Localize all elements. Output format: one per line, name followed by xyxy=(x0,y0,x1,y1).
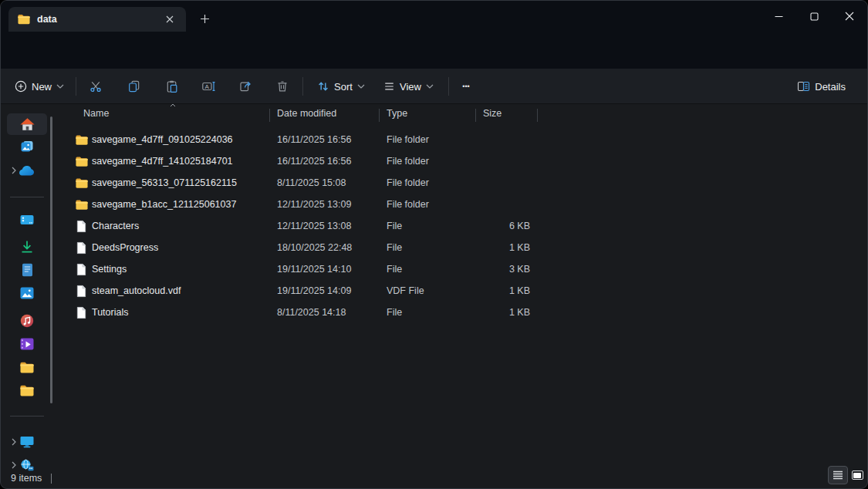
onedrive-expand-chevron-icon[interactable] xyxy=(8,165,19,176)
sidebar-item-music[interactable] xyxy=(7,310,47,332)
sidebar-item-videos[interactable] xyxy=(7,333,47,355)
tab-data[interactable]: data xyxy=(8,7,186,32)
file-icon xyxy=(75,285,88,298)
large-icons-view-toggle[interactable] xyxy=(849,467,865,483)
sidebar-item-home[interactable] xyxy=(7,113,47,135)
file-date: 19/11/2025 14:10 xyxy=(277,264,351,275)
tab-close-button[interactable] xyxy=(161,11,178,28)
sidebar-item-desktop[interactable] xyxy=(7,209,47,231)
sort-ascending-icon xyxy=(170,103,176,107)
file-name: savegame_4d7ff_091025224036 xyxy=(92,134,233,145)
column-header-size[interactable]: Size xyxy=(483,108,502,119)
file-row[interactable]: savegame_56313_071125162115 8/11/2025 15… xyxy=(59,172,868,194)
file-name: steam_autocloud.vdf xyxy=(92,285,181,296)
file-icon xyxy=(75,306,88,319)
column-separator[interactable] xyxy=(475,109,476,122)
address-row: ••• AppData LocalLow Sand Sailor Studio … xyxy=(1,32,867,69)
details-pane-button[interactable]: Details xyxy=(791,74,856,99)
folder-icon xyxy=(75,155,88,168)
view-button-label: View xyxy=(400,81,421,93)
column-header-name[interactable]: Name xyxy=(83,108,109,119)
file-row[interactable]: Characters 12/11/2025 13:08 File 6 KB xyxy=(59,215,868,237)
column-header-type[interactable]: Type xyxy=(387,108,407,119)
sidebar-item-folder[interactable] xyxy=(7,356,47,378)
rename-button[interactable]: A xyxy=(196,74,221,99)
desktop-icon xyxy=(20,214,34,226)
sidebar-item-pictures[interactable] xyxy=(7,282,47,304)
chevron-down-icon xyxy=(426,84,434,89)
sort-button[interactable]: Sort xyxy=(311,74,371,99)
details-view-toggle[interactable] xyxy=(828,466,848,484)
sidebar-item-folder[interactable] xyxy=(7,379,47,401)
file-date: 16/11/2025 16:56 xyxy=(277,156,351,167)
file-row[interactable]: DeedsProgress 18/10/2025 22:48 File 1 KB xyxy=(59,237,868,258)
file-name: savegame_56313_071125162115 xyxy=(92,177,237,188)
file-explorer-window: data xyxy=(0,0,868,489)
file-name: DeedsProgress xyxy=(92,242,158,253)
file-date: 12/11/2025 13:09 xyxy=(277,199,351,210)
sidebar-scrollbar[interactable] xyxy=(50,116,52,403)
new-tab-button[interactable] xyxy=(196,10,213,27)
folder-icon xyxy=(75,198,88,211)
copy-button[interactable] xyxy=(122,74,147,99)
folder-icon xyxy=(75,133,88,147)
more-options-button[interactable]: ••• xyxy=(454,74,478,99)
details-view-icon xyxy=(833,470,843,480)
onedrive-icon xyxy=(19,165,35,176)
file-size: 3 KB xyxy=(483,264,530,275)
file-type: File folder xyxy=(387,177,429,188)
share-button[interactable] xyxy=(233,74,258,99)
file-row[interactable]: Settings 19/11/2025 14:10 File 3 KB xyxy=(59,258,868,280)
file-row[interactable]: savegame_4d7ff_141025184701 16/11/2025 1… xyxy=(59,150,868,172)
column-separator[interactable] xyxy=(269,109,270,122)
file-icon xyxy=(75,220,88,233)
file-row[interactable]: savegame_b1acc_121125061037 12/11/2025 1… xyxy=(59,194,868,215)
folder-icon xyxy=(18,14,30,25)
sidebar-separator xyxy=(10,197,44,197)
documents-icon xyxy=(22,263,33,277)
sidebar-item-documents[interactable] xyxy=(7,259,47,281)
svg-text:A: A xyxy=(204,83,209,90)
folder-icon xyxy=(20,385,34,396)
file-row[interactable]: steam_autocloud.vdf 19/11/2025 14:09 VDF… xyxy=(59,280,868,302)
expand-chevron-icon[interactable] xyxy=(8,141,19,152)
folder-icon xyxy=(75,177,88,190)
music-icon xyxy=(20,314,34,328)
command-bar: New A xyxy=(1,69,867,104)
large-icons-view-icon xyxy=(852,470,863,480)
file-name: Characters xyxy=(92,221,139,231)
file-size: 1 KB xyxy=(483,307,530,318)
minimize-button[interactable] xyxy=(761,1,796,32)
videos-icon xyxy=(20,338,34,350)
paste-button[interactable] xyxy=(160,74,184,99)
new-button[interactable]: New xyxy=(8,74,70,99)
file-name: Settings xyxy=(92,264,127,275)
view-button[interactable]: View xyxy=(377,74,440,99)
this-pc-expand-chevron-icon[interactable] xyxy=(8,437,19,447)
sidebar-item-downloads[interactable] xyxy=(7,236,47,258)
new-button-label: New xyxy=(32,81,52,93)
titlebar: data xyxy=(1,1,867,32)
file-type: File xyxy=(387,264,402,275)
close-button[interactable] xyxy=(832,1,867,32)
file-row[interactable]: Tutorials 8/11/2025 14:18 File 1 KB xyxy=(59,302,868,323)
file-type: File xyxy=(387,242,402,253)
file-row[interactable]: savegame_4d7ff_091025224036 16/11/2025 1… xyxy=(59,129,868,150)
maximize-button[interactable] xyxy=(796,1,832,32)
file-size: 1 KB xyxy=(483,285,530,296)
column-separator[interactable] xyxy=(537,109,538,122)
toolbar-divider xyxy=(76,77,76,96)
column-separator[interactable] xyxy=(379,109,380,122)
column-header-date-modified[interactable]: Date modified xyxy=(277,108,336,119)
cut-button[interactable] xyxy=(83,74,108,99)
tab-label: data xyxy=(37,14,161,25)
navigation-pane xyxy=(1,104,59,470)
file-type: File xyxy=(387,307,402,318)
toolbar-divider xyxy=(448,77,449,96)
folder-icon xyxy=(20,362,34,373)
file-date: 8/11/2025 14:18 xyxy=(277,307,346,318)
delete-button[interactable] xyxy=(270,74,295,99)
file-date: 8/11/2025 15:08 xyxy=(277,177,346,188)
pictures-icon xyxy=(20,287,34,299)
details-pane-icon xyxy=(797,80,810,93)
